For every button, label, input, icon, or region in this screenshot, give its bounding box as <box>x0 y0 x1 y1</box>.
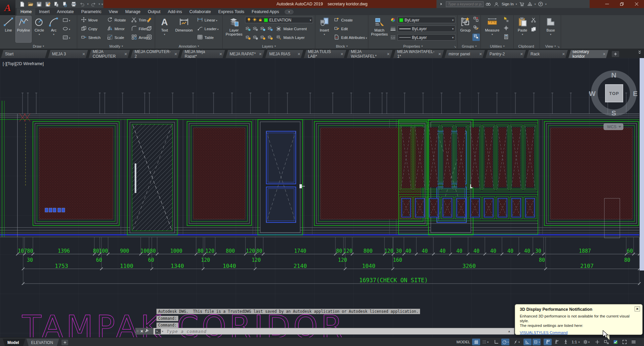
group-edit-button[interactable] <box>473 25 479 32</box>
hatch-button[interactable]: ▾ <box>62 34 74 42</box>
clean-screen-button[interactable] <box>620 339 629 345</box>
ribbon-tab-featured-apps[interactable]: Featured Apps <box>248 8 283 15</box>
ribbon-tab-output[interactable]: Output <box>144 8 164 15</box>
new-file-button[interactable] <box>18 0 26 8</box>
mirror-button[interactable]: Mirror <box>107 25 125 33</box>
file-tab-rack[interactable]: Rack✕ <box>526 50 568 58</box>
layer-off-icon[interactable] <box>245 26 251 33</box>
autodesk-app-icon[interactable] <box>526 1 533 7</box>
restore-button[interactable] <box>614 0 629 8</box>
command-line-grip[interactable]: ⠿ ✕ <box>135 328 153 335</box>
create-block-button[interactable]: Create <box>334 16 353 24</box>
new-layout-button[interactable] <box>61 340 68 345</box>
view-dialog-launcher[interactable]: ↘ <box>557 45 560 48</box>
snap-mode-toggle[interactable]: ▾ <box>481 339 489 345</box>
tab-close-icon[interactable]: ✕ <box>338 52 343 56</box>
erase-button[interactable] <box>146 16 152 24</box>
layout-tab-elevation[interactable]: ELEVATION <box>27 339 59 346</box>
redo-button[interactable] <box>90 0 98 8</box>
file-tab-meja-computer[interactable]: MEJA COMPUTER✕ <box>89 50 130 58</box>
text-button[interactable]: AText <box>158 16 171 42</box>
edit-attributes-button[interactable]: Edit Attributes <box>334 34 367 41</box>
scale-button[interactable]: Scale <box>107 34 124 41</box>
undo-button[interactable] <box>78 0 86 8</box>
ribbon-tab-annotate[interactable]: Annotate <box>53 8 78 15</box>
layer-isolate-icon[interactable] <box>252 26 258 33</box>
isometric-drafting-toggle[interactable]: ▾ <box>512 339 520 345</box>
utilities-panel-title[interactable]: Utilities <box>481 43 513 49</box>
polar-tracking-toggle[interactable]: ▾ <box>501 339 509 345</box>
transfer-button[interactable] <box>52 0 60 8</box>
layer-select[interactable]: ELEVATION ▾ <box>245 17 313 23</box>
file-tab-meja-tulis-lab-[interactable]: MEJA TULIS LAB*✕ <box>304 50 346 58</box>
quick-select-button[interactable] <box>503 16 509 23</box>
ribbon-tab-parametric[interactable]: Parametric <box>78 8 105 15</box>
clipboard-panel-title[interactable]: Clipboard <box>514 43 540 49</box>
workspace-switching-button[interactable]: ▾ <box>582 339 590 345</box>
stretch-button[interactable]: Stretch <box>81 34 100 41</box>
paste-button[interactable]: Paste <box>515 16 530 42</box>
help-dropdown-icon[interactable]: ▾ <box>545 3 547 6</box>
layer-properties-button[interactable]: Layer Properties <box>224 16 244 42</box>
measure-button[interactable]: Measure <box>483 16 501 42</box>
ribbon-collapse-button[interactable]: ▾ <box>285 10 293 14</box>
modify-panel-title[interactable]: Modify <box>78 43 155 49</box>
graphics-performance-button[interactable] <box>611 339 619 345</box>
customization-button[interactable] <box>630 339 638 345</box>
ribbon-tab-home[interactable]: Home <box>17 8 35 15</box>
new-tab-button[interactable] <box>612 51 619 57</box>
tab-close-icon[interactable]: ✕ <box>256 52 262 56</box>
dimension-button[interactable]: Dimension <box>173 16 195 42</box>
file-tab-pantry-2[interactable]: Pantry-2✕ <box>486 50 526 58</box>
ribbon-tab-view[interactable]: View <box>105 8 122 15</box>
cut-button[interactable] <box>531 17 537 24</box>
id-point-button[interactable] <box>503 25 509 32</box>
ribbon-tab-manage[interactable]: Manage <box>122 8 144 15</box>
command-recent-icon[interactable]: ▾ <box>162 330 163 333</box>
sign-in-button[interactable]: Sign In <box>502 2 514 6</box>
ortho-mode-toggle[interactable] <box>492 339 500 345</box>
tab-close-icon[interactable]: ✕ <box>476 52 482 56</box>
osnap-tracking-toggle[interactable] <box>523 339 532 345</box>
file-tab-meja-3[interactable]: MEJA 3✕ <box>48 50 88 58</box>
layer-thaw2-icon[interactable] <box>260 34 266 41</box>
properties-panel-title[interactable]: Properties <box>369 43 457 49</box>
ungroup-button[interactable] <box>473 16 479 23</box>
annotation-scale-person[interactable] <box>562 339 570 345</box>
annotation-scale-button[interactable]: 1:1▾ <box>570 339 580 345</box>
grid-display-toggle[interactable] <box>472 339 480 345</box>
tab-close-icon[interactable]: ✕ <box>600 52 606 56</box>
layer-unlock2-icon[interactable] <box>267 34 273 41</box>
minimize-button[interactable] <box>600 0 614 8</box>
rectangle-button[interactable]: ▾ <box>62 17 74 24</box>
ribbon-tab-express-tools[interactable]: Express Tools <box>215 8 248 15</box>
match-properties-button[interactable]: Match Properties <box>370 16 389 42</box>
file-tab-meja-computer-2[interactable]: MEJA COMPUTER-2✕ <box>131 50 180 58</box>
close-button[interactable] <box>629 0 644 8</box>
group-selection-toggle[interactable] <box>472 34 480 41</box>
tab-close-icon[interactable]: ✕ <box>435 52 441 56</box>
file-tab-meja-meja-rapat-[interactable]: MEJA Meja Rapat*✕ <box>181 50 225 58</box>
help-icon[interactable]: ? <box>537 1 544 7</box>
search-arrow-icon[interactable] <box>438 1 445 7</box>
visualstyles-command-link[interactable]: VISUALSTYLES Command <box>520 330 567 335</box>
file-tab-start[interactable]: Start <box>1 50 47 58</box>
linetype-select[interactable]: ByLayer▾ <box>398 34 455 41</box>
leader-button[interactable]: Leader <box>197 25 219 33</box>
quick-calculator-button[interactable] <box>503 34 509 41</box>
command-input[interactable]: Type a command <box>167 329 206 334</box>
command-expand-icon[interactable]: ▲ <box>508 330 511 333</box>
draw-panel-title[interactable]: Draw <box>0 43 77 49</box>
annotation-visibility-toggle[interactable] <box>544 339 552 345</box>
tab-close-icon[interactable]: ✕ <box>217 52 222 56</box>
ribbon-tab-add-ins[interactable]: Add-ins <box>164 8 186 15</box>
copy-button[interactable]: Copy <box>81 25 97 33</box>
move-button[interactable]: Move <box>81 16 98 24</box>
ribbon-tab-collaborate[interactable]: Collaborate <box>186 8 215 15</box>
trim-button[interactable]: Trim <box>131 16 148 24</box>
file-tab-meja-rias[interactable]: MEJA RIAS✕ <box>265 50 303 58</box>
make-current-button[interactable]: Make Current <box>276 25 307 33</box>
drawing-canvas[interactable]: 1078013968010090010080100080120800120801… <box>0 58 644 337</box>
search-binoculars-icon[interactable] <box>485 1 492 7</box>
tab-close-icon[interactable]: ✕ <box>559 52 565 56</box>
